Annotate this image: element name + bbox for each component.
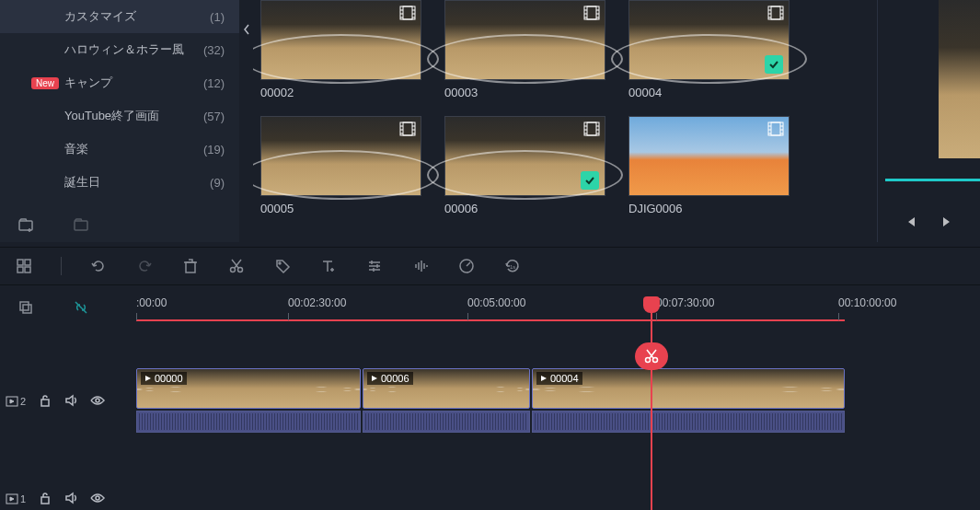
folder-icon[interactable] [72,215,90,234]
media-thumbnail[interactable] [260,116,421,196]
track-video-icon[interactable]: 2 [6,396,26,407]
sidebar-item-label: 音楽 [64,141,88,157]
playhead[interactable] [651,296,652,510]
media-panel: 0000200003000040000500006DJIG0006 [253,0,870,242]
svg-point-20 [238,268,243,272]
new-folder-icon[interactable] [17,215,35,234]
clip-label: 00006 [367,372,413,385]
clip-label: 00000 [141,372,187,385]
media-thumbnail[interactable] [260,0,421,80]
svg-rect-1 [75,221,87,230]
sidebar-item[interactable]: YouTube終了画面(57) [0,99,239,133]
media-item[interactable]: 00002 [260,0,421,99]
media-thumbnail[interactable] [444,0,605,80]
sidebar-item-count: (57) [203,110,225,123]
svg-point-33 [96,496,99,500]
sidebar-item-count: (19) [203,143,225,156]
svg-rect-11 [587,122,596,135]
film-icon [399,122,416,136]
media-item[interactable]: 00004 [628,0,790,99]
svg-rect-32 [41,497,49,504]
copy-button[interactable] [17,298,35,317]
playhead-cut-button[interactable] [635,342,668,370]
tag-button[interactable] [273,257,292,275]
svg-point-27 [653,358,658,363]
refresh-button[interactable]: 1s [503,257,522,275]
media-thumbnail[interactable] [444,116,605,196]
delete-button[interactable] [181,257,200,275]
timeline-ruler[interactable]: :00:0000:02:30:0000:05:00:0000:07:30:000… [136,296,980,324]
svg-rect-17 [25,267,30,272]
ruler-tick: 00:05:00:00 [467,296,525,309]
svg-rect-13 [771,122,780,135]
text-button[interactable] [319,257,338,275]
svg-rect-3 [403,6,412,19]
next-frame-button[interactable] [939,213,957,231]
track-controls: 2 [0,394,136,410]
track-video-icon[interactable]: 1 [6,493,26,504]
unlink-button[interactable] [72,298,90,317]
ruler-tick: :00:00 [136,296,167,309]
svg-rect-9 [403,122,412,135]
timeline-toolbar: 1s [0,247,980,285]
mute-icon[interactable] [64,394,77,410]
film-icon [767,6,784,20]
audio-waveform[interactable] [363,411,530,433]
svg-point-30 [96,399,99,402]
sidebar-item-label: カスタマイズ [64,8,136,25]
svg-rect-25 [23,305,31,313]
film-icon [399,6,416,20]
media-thumbnail[interactable] [628,0,790,80]
svg-rect-24 [20,302,29,310]
audio-waveform[interactable] [136,411,361,433]
adjust-button[interactable] [365,257,384,275]
mute-icon[interactable] [64,492,77,507]
visibility-icon[interactable] [90,394,105,410]
layout-icon[interactable] [15,257,33,275]
svg-text:1s: 1s [510,264,515,270]
sidebar-item[interactable]: カスタマイズ(1) [0,0,239,33]
timeline-clip[interactable]: 00004 [532,368,845,409]
media-label: 00006 [444,202,605,215]
audio-button[interactable] [411,257,430,275]
redo-button[interactable] [135,257,154,275]
cut-button[interactable] [227,257,246,275]
svg-point-21 [279,262,281,264]
media-item[interactable]: 00005 [260,116,421,215]
timeline-clip[interactable]: 00006 [363,368,530,409]
ruler-tick: 00:02:30:00 [288,296,346,309]
sidebar-item-label: 誕生日 [64,174,100,191]
svg-rect-7 [771,6,780,19]
media-item[interactable]: 00006 [444,116,605,215]
film-icon [583,6,600,20]
sidebar-footer [0,207,239,242]
collapse-sidebar-button[interactable] [240,11,253,48]
lock-icon[interactable] [39,492,52,507]
sidebar-item-count: (9) [210,176,225,190]
sidebar-item[interactable]: Newキャンプ(12) [0,66,239,99]
timeline-clip[interactable]: 00000 [136,368,361,409]
track-controls: 1 [0,492,136,507]
track-row: 1 [0,471,980,510]
film-icon [767,122,784,136]
prev-frame-button[interactable] [901,213,919,231]
media-item[interactable]: 00003 [444,0,605,99]
svg-point-19 [231,268,236,272]
audio-waveform[interactable] [532,411,845,433]
sidebar-item[interactable]: 音楽(19) [0,133,239,166]
new-badge: New [31,77,59,89]
media-label: DJIG0006 [628,202,790,215]
sidebar-item[interactable]: 誕生日(9) [0,166,239,199]
sidebar: カスタマイズ(1)ハロウィン＆ホラー風(32)Newキャンプ(12)YouTub… [0,0,239,242]
sidebar-item-count: (12) [203,76,225,90]
undo-button[interactable] [89,257,108,275]
svg-rect-0 [19,221,32,230]
speed-button[interactable] [457,257,476,275]
visibility-icon[interactable] [90,492,105,507]
preview-panel [877,0,980,242]
media-item[interactable]: DJIG0006 [628,116,790,215]
preview-progress[interactable] [885,179,980,181]
sidebar-item[interactable]: ハロウィン＆ホラー風(32) [0,33,239,66]
media-thumbnail[interactable] [628,116,790,196]
lock-icon[interactable] [39,394,52,410]
